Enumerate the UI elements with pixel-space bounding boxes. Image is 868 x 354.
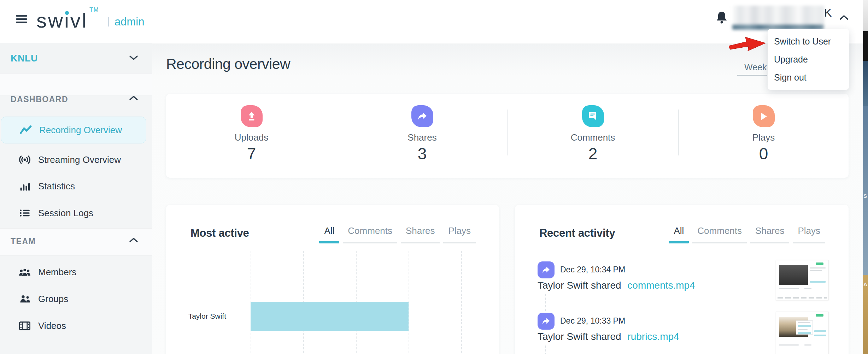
hamburger-menu-icon[interactable]	[16, 15, 27, 23]
desktop-edge-artifact: S A	[863, 0, 868, 354]
logo-i-dot	[65, 11, 69, 15]
stat-comments: Comments 2	[508, 94, 678, 178]
stat-value: 0	[678, 144, 849, 163]
sidebar-section-dashboard[interactable]: DASHBOARD	[0, 90, 152, 111]
sidebar-org-selector[interactable]: KNLU	[0, 43, 152, 73]
sidebar-item-label: Session Logs	[38, 208, 93, 219]
activity-description: Taylor Swift shared comments.mp4	[538, 280, 695, 291]
stat-value: 3	[337, 144, 508, 163]
gridline	[409, 251, 409, 354]
logo-wordmark: swivl	[36, 8, 88, 32]
activity-file-link[interactable]: comments.mp4	[627, 280, 695, 291]
page-title: Recording overview	[166, 56, 290, 72]
pulse-line-icon	[19, 124, 32, 136]
user-dropdown-menu: Switch to User Upgrade Sign out	[768, 29, 849, 90]
stat-uploads: Uploads 7	[166, 94, 337, 178]
thumbnail-video-frame	[779, 265, 808, 285]
period-select[interactable]: Week	[737, 61, 767, 76]
sidebar-item-label: Recording Overview	[39, 125, 122, 136]
user-name-redacted[interactable]	[732, 6, 824, 28]
activity-timestamp: Dec 29, 10:34 PM	[560, 265, 625, 275]
stats-summary-card: Uploads 7 Shares 3 Commen	[166, 94, 849, 178]
chevron-up-icon	[129, 95, 139, 102]
trademark-label: TM	[89, 6, 99, 13]
tab-comments[interactable]: Comments	[343, 225, 397, 243]
recent-activity-panel: Recent activity All Comments Shares Play…	[515, 205, 849, 354]
tab-comments[interactable]: Comments	[692, 225, 747, 243]
activity-thumbnail[interactable]	[776, 312, 829, 354]
panel-title: Recent activity	[539, 227, 615, 240]
chevron-up-icon[interactable]	[839, 14, 849, 21]
section-label: TEAM	[11, 237, 36, 246]
sidebar-item-label: Statistics	[38, 181, 75, 192]
share-icon	[538, 261, 555, 278]
thumbnail-tab-row	[778, 297, 827, 299]
tab-all[interactable]: All	[319, 225, 339, 243]
most-active-tabs: All Comments Shares Plays	[319, 225, 476, 243]
comment-icon	[582, 105, 604, 127]
activity-timestamp: Dec 29, 10:33 PM	[560, 316, 625, 326]
stat-shares: Shares 3	[337, 94, 508, 178]
activity-action: shared	[591, 280, 621, 291]
period-select-value: Week	[744, 62, 767, 72]
sidebar-item-session-logs[interactable]: Session Logs	[0, 200, 146, 226]
org-name-label: KNLU	[11, 53, 38, 64]
bar-category-label: Taylor Swift	[166, 302, 226, 331]
panel-title: Most active	[190, 227, 249, 240]
product-name-label: admin	[115, 16, 144, 28]
logo-separator: |	[107, 16, 110, 27]
sidebar: KNLU DASHBOARD Recording Overview	[0, 43, 152, 354]
app-screen: swivl TM | admin K KNLU DASHBOARD	[0, 0, 868, 354]
sidebar-item-statistics[interactable]: Statistics	[0, 173, 146, 200]
stat-value: 2	[508, 144, 678, 163]
chevron-up-icon	[129, 237, 139, 244]
stat-value: 7	[166, 144, 337, 163]
desktop-edge-artifact: S	[863, 193, 867, 199]
section-label: DASHBOARD	[11, 95, 68, 104]
user-name-initial: K	[824, 6, 832, 19]
chevron-down-icon	[129, 54, 139, 61]
share-icon	[411, 105, 433, 127]
stat-label: Plays	[678, 132, 849, 143]
sidebar-item-label: Streaming Overview	[38, 154, 121, 165]
stat-label: Comments	[508, 132, 678, 143]
broadcast-icon	[18, 153, 31, 166]
activity-actor: Taylor Swift	[538, 331, 588, 342]
play-icon	[753, 105, 775, 127]
sidebar-item-label: Members	[38, 267, 76, 278]
menu-item-switch-to-user[interactable]: Switch to User	[768, 33, 849, 51]
gridline	[461, 251, 462, 354]
annotation-arrow	[728, 33, 767, 54]
tab-shares[interactable]: Shares	[401, 225, 440, 243]
sidebar-item-groups[interactable]: Groups	[0, 285, 146, 312]
tab-all[interactable]: All	[669, 225, 689, 243]
sidebar-item-streaming-overview[interactable]: Streaming Overview	[0, 146, 146, 173]
sidebar-item-recording-overview[interactable]: Recording Overview	[1, 117, 146, 143]
menu-item-sign-out[interactable]: Sign out	[768, 69, 849, 87]
activity-actor: Taylor Swift	[538, 280, 588, 291]
bar-chart-icon	[18, 180, 31, 193]
notifications-bell-icon[interactable]	[716, 11, 727, 25]
sidebar-item-label: Groups	[38, 294, 68, 305]
video-icon	[18, 319, 31, 332]
activity-file-link[interactable]: rubrics.mp4	[627, 331, 679, 342]
sidebar-section-team[interactable]: TEAM	[0, 232, 152, 253]
menu-item-upgrade[interactable]: Upgrade	[768, 51, 849, 69]
sidebar-item-members[interactable]: Members	[0, 259, 146, 285]
activity-thumbnail[interactable]	[776, 260, 829, 300]
upload-icon	[241, 105, 263, 127]
activity-connector	[545, 294, 546, 311]
sidebar-item-label: Videos	[38, 320, 66, 331]
recent-activity-tabs: All Comments Shares Plays	[669, 225, 825, 243]
activity-description: Taylor Swift shared rubrics.mp4	[538, 331, 679, 342]
activity-connector	[545, 346, 546, 354]
stat-label: Uploads	[166, 132, 337, 143]
desktop-edge-artifact: A	[863, 281, 867, 287]
bar	[251, 302, 409, 331]
stat-plays: Plays 0	[678, 94, 849, 178]
sidebar-item-videos[interactable]: Videos	[0, 312, 146, 339]
tab-plays[interactable]: Plays	[443, 225, 476, 243]
tab-plays[interactable]: Plays	[793, 225, 825, 243]
thumbnail-button	[816, 262, 823, 265]
tab-shares[interactable]: Shares	[750, 225, 789, 243]
